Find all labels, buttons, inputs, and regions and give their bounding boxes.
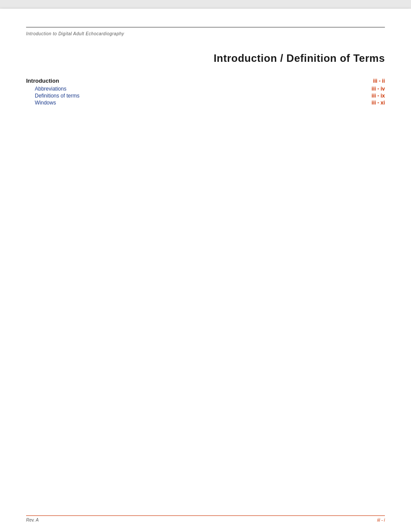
header-text: Introduction to Digital Adult Echocardio… xyxy=(26,31,124,36)
header-bar: Introduction to Digital Adult Echocardio… xyxy=(26,27,385,37)
toc-container: Introduction iii - ii Abbreviations iii … xyxy=(26,77,385,106)
toc-item-label-abbreviations: Abbreviations xyxy=(35,86,67,92)
toc-item-page-windows: iii - xi xyxy=(371,100,385,106)
toc-item-page-definitions: iii - ix xyxy=(371,93,385,99)
main-content: Introduction / Definition of Terms Intro… xyxy=(0,9,411,106)
toc-item[interactable]: Windows iii - xi xyxy=(35,100,385,106)
toc-item-label-windows: Windows xyxy=(35,100,56,106)
toc-section-page: iii - ii xyxy=(373,78,385,84)
toc-section-header: Introduction iii - ii xyxy=(26,77,385,84)
toc-item[interactable]: Definitions of terms iii - ix xyxy=(35,93,385,99)
page: Introduction to Digital Adult Echocardio… xyxy=(0,9,411,532)
toc-section-title: Introduction xyxy=(26,77,59,84)
toc-item[interactable]: Abbreviations iii - iv xyxy=(35,86,385,92)
footer-page-number: iii - i xyxy=(377,518,385,522)
toc-items: Abbreviations iii - iv Definitions of te… xyxy=(35,86,385,106)
toc-item-label-definitions: Definitions of terms xyxy=(35,93,80,99)
footer-revision: Rev. A xyxy=(26,518,39,522)
toc-item-page-abbreviations: iii - iv xyxy=(371,86,385,92)
page-title: Introduction / Definition of Terms xyxy=(26,52,385,64)
footer-bar: Rev. A iii - i xyxy=(26,515,385,522)
